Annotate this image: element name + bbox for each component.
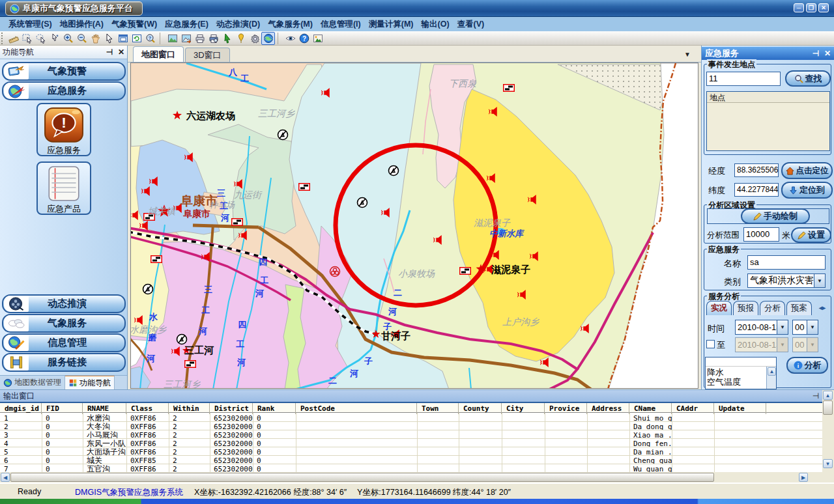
gear-icon[interactable]	[248, 32, 261, 45]
monitor-station-marker[interactable]	[389, 166, 399, 176]
element-listbox[interactable]: 降水空气温度 ▲	[705, 357, 777, 389]
map-tab-dropdown-icon[interactable]: ▼	[684, 51, 691, 58]
eye-icon[interactable]	[283, 32, 297, 45]
menu-item-3[interactable]: 应急服务(E)	[165, 19, 208, 30]
help-icon[interactable]: ?	[297, 32, 311, 45]
element-list-item[interactable]: 降水	[707, 367, 775, 377]
pin-icon[interactable]: ⊣	[106, 48, 112, 57]
menu-item-5[interactable]: 气象服务(M)	[268, 19, 313, 30]
refresh-icon[interactable]	[130, 32, 143, 45]
export-image-icon[interactable]	[179, 32, 193, 45]
menu-item-2[interactable]: 气象预警(W)	[111, 19, 157, 30]
zoom-in-icon[interactable]	[61, 32, 75, 45]
tab-scroll-icons[interactable]: ◂▸	[819, 304, 826, 311]
column-header-PostCode[interactable]: PostCode	[296, 403, 417, 414]
goto-button[interactable]: 定位到	[781, 182, 833, 199]
应急服务-button[interactable]: !应急服务	[36, 103, 91, 156]
map-tab-3D窗口[interactable]: 3D窗口	[185, 48, 230, 62]
name-input[interactable]: sa	[747, 255, 826, 270]
nav-item-气象预警[interactable]: 气象预警	[2, 62, 126, 81]
station-flag-marker[interactable]	[185, 361, 196, 368]
vertical-scrollbar[interactable]: ▲ ▼	[822, 390, 834, 483]
column-header-Update[interactable]: Update	[714, 403, 766, 414]
ruler-icon[interactable]	[7, 32, 20, 45]
menu-item-0[interactable]: 系统管理(S)	[8, 19, 52, 30]
identify-icon[interactable]: ?	[143, 32, 157, 45]
select-box-icon[interactable]	[20, 32, 34, 45]
hour-combo[interactable]: 00▼	[792, 320, 818, 335]
menu-item-8[interactable]: 输出(O)	[422, 19, 450, 30]
longitude-input[interactable]: 88.36255063	[734, 163, 779, 177]
station-flag-marker[interactable]	[460, 268, 471, 275]
pin-icon[interactable]: ⊣	[812, 391, 818, 400]
map-viewport[interactable]: 六运湖农场三工河乡下西泉九运街阜康市城关镇阜康市种羊场小泉牧场甘河子滋泥泉子滋泥…	[130, 63, 698, 389]
column-header-County[interactable]: County	[459, 403, 502, 414]
set-button[interactable]: 设置	[791, 227, 831, 243]
full-extent-icon[interactable]	[116, 32, 130, 45]
green-pointer-icon[interactable]	[220, 32, 234, 45]
scroll-up-icon[interactable]: ▲	[768, 367, 776, 376]
analyze-button[interactable]: i 分析	[786, 357, 828, 374]
column-header-Address[interactable]: Address	[587, 403, 629, 414]
minimize-button[interactable]: ─	[794, 3, 804, 12]
analysis-tab-实况[interactable]: 实况	[706, 301, 732, 315]
scroll-right-icon[interactable]: ▶	[799, 473, 808, 482]
pointer-icon[interactable]	[102, 32, 116, 45]
picture-icon[interactable]	[311, 32, 324, 45]
date2-combo[interactable]: 2010-08-13▼	[735, 337, 788, 352]
column-header-CAddr[interactable]: CAddr	[672, 403, 714, 414]
panel-tab-功能导航[interactable]: 功能导航	[65, 376, 115, 389]
column-header-Within[interactable]: Within	[169, 403, 210, 414]
find-button[interactable]: 查找	[785, 70, 831, 87]
nav-item-信息管理[interactable]: 信息管理	[2, 333, 126, 352]
menu-item-9[interactable]: 查看(V)	[457, 19, 485, 30]
pin-icon[interactable]	[234, 32, 248, 45]
windows-taskbar-edge[interactable]	[0, 499, 834, 504]
range-input[interactable]: 10000	[743, 227, 779, 242]
column-header-District[interactable]: District	[210, 403, 253, 414]
nav-item-气象服务[interactable]: 气象服务	[2, 314, 126, 333]
monitor-station-marker[interactable]	[177, 335, 187, 344]
pan-hand-icon[interactable]	[89, 32, 102, 45]
restore-button[interactable]: ❐	[806, 3, 816, 12]
column-header-dmgis_id[interactable]: dmgis_id	[0, 403, 42, 414]
scroll-left-icon[interactable]: ◀	[1, 473, 10, 482]
analysis-tab-预案[interactable]: 预案	[786, 301, 812, 315]
station-flag-marker[interactable]	[504, 85, 515, 92]
type-combo[interactable]: 气象和洪水灾害▼	[747, 273, 826, 288]
pin-icon[interactable]: ⊣	[812, 49, 818, 58]
select-lasso-icon[interactable]	[34, 32, 48, 45]
element-list-item[interactable]: 空气温度	[707, 377, 775, 387]
column-header-Class[interactable]: Class	[126, 403, 169, 414]
close-icon[interactable]: ✕	[118, 48, 124, 57]
station-flag-marker[interactable]	[232, 219, 243, 226]
horizontal-scrollbar[interactable]: ◀ ▶	[0, 472, 822, 483]
menu-item-6[interactable]: 信息管理(I)	[321, 19, 361, 30]
column-header-Rank[interactable]: Rank	[253, 403, 296, 414]
output-table[interactable]: dmgis_idFIDRNAMEClassWithinDistrictRankP…	[0, 402, 822, 472]
column-header-Provice[interactable]: Provice	[545, 403, 587, 414]
nav-item-应急服务[interactable]: 应急服务	[2, 81, 126, 100]
map-image-icon[interactable]	[165, 32, 179, 45]
scroll-up-icon[interactable]: ▲	[823, 391, 833, 400]
应急产品-button[interactable]: 应急产品	[36, 161, 91, 215]
location-input[interactable]: 11	[706, 72, 781, 86]
menu-item-4[interactable]: 动态推演(D)	[216, 19, 260, 30]
column-header-FID[interactable]: FID	[42, 403, 83, 414]
to-checkbox[interactable]	[706, 340, 715, 348]
chevron-down-icon[interactable]: ▼	[814, 274, 825, 287]
close-button[interactable]: ✕	[818, 3, 829, 12]
vscroll-thumb[interactable]	[823, 400, 833, 415]
nav-item-服务链接[interactable]: 服务链接	[2, 353, 126, 372]
latitude-input[interactable]: 44.22778446	[734, 183, 779, 197]
column-header-City[interactable]: City	[502, 403, 545, 414]
map-tab-地图窗口[interactable]: 地图窗口	[133, 46, 184, 62]
analysis-tab-分析[interactable]: 分析	[760, 301, 785, 315]
toolbar-grip[interactable]	[1, 33, 7, 44]
print-preview-icon[interactable]	[207, 32, 220, 45]
print-icon[interactable]	[193, 32, 207, 45]
station-flag-marker[interactable]	[151, 256, 162, 263]
locate-button[interactable]: 点击定位	[781, 162, 833, 179]
hour2-combo[interactable]: 00▼	[792, 337, 818, 352]
hscroll-thumb[interactable]	[10, 473, 714, 482]
